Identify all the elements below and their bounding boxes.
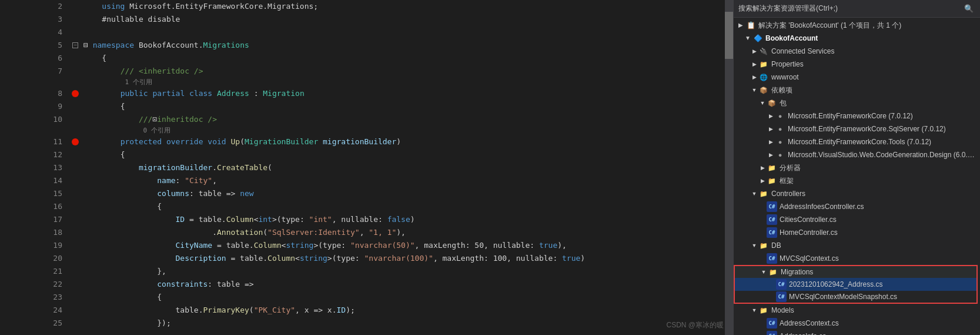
gutter-item bbox=[67, 113, 83, 126]
line-number: 14 bbox=[42, 174, 67, 187]
tree-arrow-pkg1: ▶ bbox=[767, 110, 775, 122]
line-number: 8 bbox=[42, 87, 67, 100]
tree-item-pkg1[interactable]: ▶●Microsoft.EntityFrameworkCore (7.0.12) bbox=[734, 110, 980, 122]
tree-label-packages: 包 bbox=[780, 97, 787, 110]
tree-item-m1[interactable]: C#AddressContext.cs bbox=[734, 317, 980, 330]
gutter-item bbox=[67, 317, 83, 330]
tree-label-frameworks: 框架 bbox=[780, 174, 794, 187]
code-line: #nullable disable bbox=[83, 13, 725, 26]
code-line: name: "City", bbox=[83, 174, 725, 187]
line-number: 23 bbox=[42, 291, 67, 304]
line-number: 7 bbox=[42, 65, 67, 78]
line-number: 15 bbox=[42, 187, 67, 200]
tree-icon-mig2: C# bbox=[776, 291, 787, 302]
tree-item-pkg4[interactable]: ▶●Microsoft.VisualStudio.Web.CodeGenerat… bbox=[734, 148, 980, 161]
line-number: 9 bbox=[42, 100, 67, 113]
tree-item-pkg3[interactable]: ▶●Microsoft.EntityFrameworkCore.Tools (7… bbox=[734, 135, 980, 148]
tree-arrow-packages: ▼ bbox=[758, 97, 767, 110]
code-line: ID = table.Column<int>(type: "int", null… bbox=[83, 213, 725, 226]
tree-item-analyzers[interactable]: ▶📁分析器 bbox=[734, 161, 980, 174]
tree-item-mig1[interactable]: C#20231201062942_Address.cs bbox=[734, 278, 978, 291]
tree-item-db[interactable]: ▼📁DB bbox=[734, 239, 980, 252]
code-line: { bbox=[83, 148, 725, 161]
gutter-item bbox=[67, 87, 83, 100]
gutter-item bbox=[67, 304, 83, 317]
tree-icon-migrations: 📁 bbox=[768, 267, 778, 277]
line-number: 22 bbox=[42, 278, 67, 291]
tree-item-dependencies[interactable]: ▼📦依赖项 bbox=[734, 84, 980, 97]
gutter-item bbox=[67, 291, 83, 304]
tree-label-pkg1: Microsoft.EntityFrameworkCore (7.0.12) bbox=[788, 110, 913, 122]
tree-item-properties[interactable]: ▶📁Properties bbox=[734, 58, 980, 71]
breakpoint-indicator bbox=[72, 138, 79, 145]
solution-explorer-header: 搜索解决方案资源管理器(Ctrl+;) 🔍 bbox=[734, 0, 980, 18]
tree-arrow-controllers: ▼ bbox=[750, 187, 758, 200]
tree-label-mig2: MVCSqlContextModelSnapshot.cs bbox=[789, 290, 897, 303]
tree-arrow-properties: ▶ bbox=[750, 58, 758, 71]
code-line: CityName = table.Column<string>(type: "n… bbox=[83, 239, 725, 252]
tree-icon-wwwroot: 🌐 bbox=[758, 72, 769, 82]
gutter-item bbox=[67, 52, 83, 65]
collapse-button[interactable]: − bbox=[72, 42, 78, 48]
tree-label-models: Models bbox=[771, 304, 794, 317]
tree-label-wwwroot: wwwroot bbox=[771, 71, 799, 84]
solution-root-label: 解决方案 'BookofAccount' (1 个项目，共 1 个) bbox=[758, 19, 901, 32]
tree-label-pkg2: Microsoft.EntityFrameworkCore.SqlServer … bbox=[788, 122, 946, 135]
code-line: table.PrimaryKey("PK_City", x => x.ID); bbox=[83, 304, 725, 317]
project-arrow: ▼ bbox=[743, 32, 752, 45]
tree-item-ctrl1[interactable]: C#AddressInfoesController.cs bbox=[734, 200, 980, 213]
tree-item-migrations[interactable]: ▼📁Migrations bbox=[734, 265, 978, 278]
code-line: public partial class Address : Migration bbox=[83, 87, 725, 100]
solution-explorer: 搜索解决方案资源管理器(Ctrl+;) 🔍 ▶ 📋 解决方案 'BookofAc… bbox=[733, 0, 980, 335]
tree-item-mig2[interactable]: C#MVCSqlContextModelSnapshot.cs bbox=[734, 291, 978, 304]
tree-arrow-pkg4: ▶ bbox=[767, 148, 775, 161]
tree-item-ctrl3[interactable]: C#HomeController.cs bbox=[734, 226, 980, 239]
gutter-item bbox=[67, 226, 83, 239]
tree-item-frameworks[interactable]: ▶📁框架 bbox=[734, 174, 980, 187]
tree-icon-ctrl3: C# bbox=[767, 227, 777, 238]
search-solution-label: 搜索解决方案资源管理器(Ctrl+;) bbox=[738, 4, 958, 14]
tree-icon-analyzers: 📁 bbox=[767, 162, 777, 173]
line-number: 25 bbox=[42, 317, 67, 330]
solution-root-arrow: ▶ bbox=[736, 19, 745, 32]
tree-icon-packages: 📦 bbox=[767, 98, 777, 108]
tree-label-properties: Properties bbox=[771, 58, 804, 71]
tree-item-m2[interactable]: C#AddressInfo.cs bbox=[734, 330, 980, 335]
tree-item-ctrl2[interactable]: C#CitiesController.cs bbox=[734, 213, 980, 226]
tree-item-pkg2[interactable]: ▶●Microsoft.EntityFrameworkCore.SqlServe… bbox=[734, 122, 980, 135]
tree-item-db1[interactable]: C#MVCSqlContext.cs bbox=[734, 252, 980, 265]
gutter-item bbox=[67, 278, 83, 291]
solution-tree: ▶ 📋 解决方案 'BookofAccount' (1 个项目，共 1 个) ▼… bbox=[734, 18, 980, 335]
line-number: 16 bbox=[42, 200, 67, 213]
tree-item-wwwroot[interactable]: ▶🌐wwwroot bbox=[734, 71, 980, 84]
code-line: { bbox=[83, 291, 725, 304]
line-number: 19 bbox=[42, 239, 67, 252]
code-line: /// <inheritdoc /> bbox=[83, 65, 725, 78]
editor-scrollbar[interactable] bbox=[725, 0, 733, 335]
code-line: columns: table => new bbox=[83, 187, 725, 200]
code-line: ⊟ namespace BookofAccount.Migrations bbox=[83, 39, 725, 52]
tree-label-migrations: Migrations bbox=[781, 266, 813, 278]
tree-item-packages[interactable]: ▼📦包 bbox=[734, 97, 980, 110]
project-icon: 🔷 bbox=[752, 33, 763, 44]
line-number: 12 bbox=[42, 148, 67, 161]
tree-icon-pkg4: ● bbox=[775, 150, 785, 160]
tree-arrow-frameworks: ▶ bbox=[758, 174, 767, 187]
line-number: 18 bbox=[42, 226, 67, 239]
tree-arrow-wwwroot: ▶ bbox=[750, 71, 758, 84]
project-label: BookofAccount bbox=[765, 32, 818, 45]
project-root[interactable]: ▼ 🔷 BookofAccount bbox=[734, 32, 980, 45]
tree-label-analyzers: 分析器 bbox=[780, 161, 801, 174]
line-number: 10 bbox=[42, 113, 67, 126]
tree-item-connected-services[interactable]: ▶🔌Connected Services bbox=[734, 45, 980, 58]
tree-item-controllers[interactable]: ▼📁Controllers bbox=[734, 187, 980, 200]
tree-label-mig1: 20231201062942_Address.cs bbox=[789, 278, 882, 291]
tree-label-m2: AddressInfo.cs bbox=[780, 330, 826, 335]
gutter-item bbox=[67, 265, 83, 278]
tree-icon-connected-services: 🔌 bbox=[758, 46, 769, 57]
search-solution-button[interactable]: 🔍 bbox=[962, 2, 975, 15]
tree-icon-frameworks: 📁 bbox=[767, 175, 777, 186]
tree-label-pkg4: Microsoft.VisualStudio.Web.CodeGeneratio… bbox=[788, 148, 978, 161]
tree-item-models[interactable]: ▼📁Models bbox=[734, 304, 980, 317]
solution-root[interactable]: ▶ 📋 解决方案 'BookofAccount' (1 个项目，共 1 个) bbox=[734, 19, 980, 32]
